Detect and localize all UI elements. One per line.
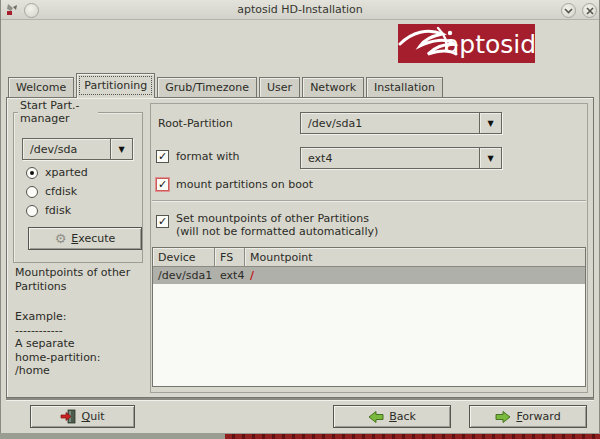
radio-xparted-circle[interactable] [26, 167, 38, 179]
dropdown-arrow-icon: ▼ [487, 119, 493, 128]
disk-select-value: /dev/sda [23, 143, 110, 156]
radio-cfdisk-circle[interactable] [26, 186, 38, 198]
quit-button[interactable]: Quit [30, 405, 135, 428]
table-header: Device FS Mountpoint [153, 248, 585, 267]
notes-divider: ------------ [15, 324, 145, 338]
header-fs[interactable]: FS [215, 248, 245, 266]
radio-selected-dot [30, 171, 34, 175]
window-title: aptosid HD-Installation [1, 3, 599, 16]
notes-heading: Mountpoints of other Partitions [15, 266, 145, 293]
forward-button-label: Forward [516, 410, 560, 423]
format-with-checkbox[interactable]: ✓ [156, 150, 169, 163]
header-mountpoint[interactable]: Mountpoint [245, 248, 585, 266]
radio-fdisk-label[interactable]: fdisk [45, 204, 71, 217]
check-icon: ✓ [158, 216, 167, 227]
tab-user[interactable]: User [259, 77, 300, 98]
filesystem-value: ext4 [301, 152, 479, 165]
root-partition-arrow[interactable]: ▼ [479, 113, 501, 133]
quit-button-label: Quit [81, 410, 104, 423]
forward-arrow-icon [495, 410, 511, 424]
set-mountpoints-line2: (will not be formatted automatically) [176, 225, 378, 238]
disk-select-arrow[interactable]: ▼ [110, 139, 132, 159]
shade-button[interactable] [561, 3, 576, 18]
header-device[interactable]: Device [153, 248, 215, 266]
mount-on-boot-row: ✓ mount partitions on boot [156, 178, 313, 191]
dropdown-arrow-icon: ▼ [487, 154, 493, 163]
installer-window: aptosid HD-Installation aptosid Welcome … [0, 0, 600, 439]
gears-icon: ⚙ [55, 232, 67, 245]
desktop-red-pattern [225, 434, 600, 439]
cell-device: /dev/sda1 [153, 269, 215, 282]
root-partition-label: Root-Partition [158, 117, 233, 130]
close-button[interactable] [582, 3, 597, 18]
forward-button[interactable]: Forward [469, 405, 587, 428]
root-partition-select[interactable]: /dev/sda1 ▼ [300, 112, 502, 134]
back-button[interactable]: Back [333, 405, 451, 428]
set-mountpoints-label[interactable]: Set mountpoints of other Partitions (wil… [176, 212, 378, 238]
tab-installation[interactable]: Installation [366, 77, 443, 98]
chevron-down-icon [564, 8, 573, 14]
mountpoints-notes: Mountpoints of other Partitions Example:… [15, 266, 145, 378]
notes-line2: home-partition: [15, 351, 145, 365]
root-partition-value: /dev/sda1 [301, 117, 479, 130]
set-mountpoints-line1: Set mountpoints of other Partitions [176, 212, 369, 225]
desktop-background-strip [0, 433, 600, 439]
execute-button[interactable]: ⚙ Execute [28, 227, 142, 250]
tab-welcome[interactable]: Welcome [8, 77, 74, 98]
disk-select[interactable]: /dev/sda ▼ [22, 138, 133, 160]
aptosid-logo: aptosid [398, 24, 535, 63]
dropdown-arrow-icon: ▼ [118, 145, 124, 154]
quit-door-icon [60, 409, 76, 424]
partmanager-group-title: Start Part.-manager [18, 99, 98, 125]
notes-spacer [15, 293, 145, 310]
radio-cfdisk[interactable]: cfdisk [26, 185, 77, 198]
format-with-label[interactable]: format with [176, 150, 240, 163]
mount-on-boot-label[interactable]: mount partitions on boot [176, 178, 313, 191]
tab-bar: Welcome Partitioning Grub/Timezone User … [8, 75, 445, 98]
svg-text:aptosid: aptosid [444, 30, 535, 59]
cell-mountpoint: / [245, 269, 585, 282]
filesystem-select[interactable]: ext4 ▼ [300, 147, 502, 169]
radio-cfdisk-label[interactable]: cfdisk [45, 185, 77, 198]
back-button-label: Back [389, 410, 416, 423]
mount-on-boot-checkbox[interactable]: ✓ [156, 178, 169, 191]
notes-example-label: Example: [15, 310, 145, 324]
tab-grub-timezone[interactable]: Grub/Timezone [157, 77, 257, 98]
back-arrow-icon [368, 410, 384, 424]
tab-network[interactable]: Network [302, 77, 364, 98]
table-row[interactable]: /dev/sda1 ext4 / [153, 267, 585, 284]
cell-fs: ext4 [215, 269, 245, 282]
mountpoints-table: Device FS Mountpoint /dev/sda1 ext4 / [152, 247, 586, 387]
notes-line1: A separate [15, 337, 145, 351]
filesystem-arrow[interactable]: ▼ [479, 148, 501, 168]
execute-button-label: Execute [71, 232, 115, 245]
titlebar: aptosid HD-Installation [1, 0, 599, 20]
check-icon: ✓ [158, 151, 167, 162]
radio-fdisk-circle[interactable] [26, 205, 38, 217]
close-icon [586, 7, 594, 15]
set-mountpoints-checkbox[interactable]: ✓ [156, 215, 169, 228]
tab-partitioning[interactable]: Partitioning [76, 73, 155, 98]
footer-separator [6, 398, 594, 400]
check-icon: ✓ [158, 179, 167, 190]
radio-xparted-label[interactable]: xparted [45, 166, 88, 179]
separator [152, 200, 586, 201]
radio-fdisk[interactable]: fdisk [26, 204, 71, 217]
notes-line3: /home [15, 364, 145, 378]
format-with-row: ✓ format with [156, 150, 240, 163]
set-mountpoints-row: ✓ Set mountpoints of other Partitions (w… [156, 212, 378, 238]
radio-xparted[interactable]: xparted [26, 166, 88, 179]
